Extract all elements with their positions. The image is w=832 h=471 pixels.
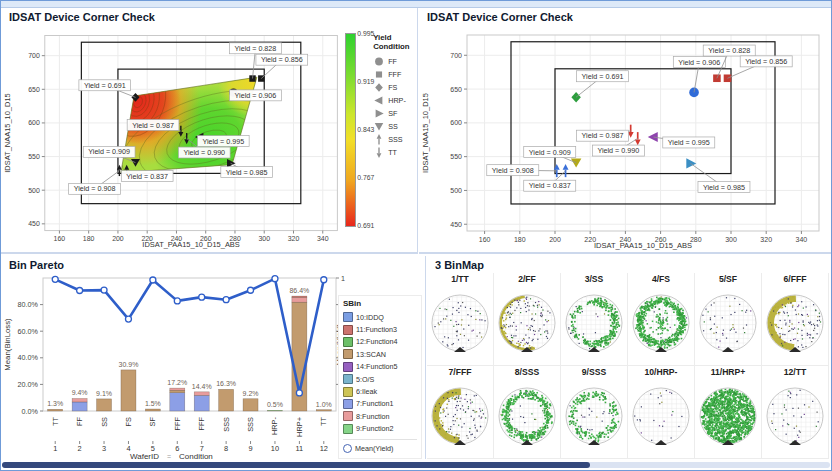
sbin-item-7:Function1[interactable]: 7:Function1 (343, 398, 417, 410)
mean-yield-line (55, 279, 324, 393)
legend-item-label: SS (388, 122, 398, 131)
mean-yield-legend[interactable]: Mean(Yield) (343, 443, 417, 455)
svg-text:1: 1 (53, 444, 57, 453)
sbin-item-label: 5:O/S (356, 375, 374, 384)
wafer-cell-4/FS[interactable]: 4/FS (628, 273, 695, 366)
mean-yield-point (101, 287, 107, 293)
bin-pareto-chart[interactable]: 0.0%20.0%40.0%60.0%80.0%0.20.40.60.81Mea… (1, 273, 346, 459)
wafer-map-7/FFF (427, 379, 493, 458)
bar-wafer-2 (72, 398, 87, 411)
sbin-swatch (343, 337, 353, 347)
svg-text:Yield = 0.828: Yield = 0.828 (235, 45, 277, 53)
svg-text:450: 450 (450, 221, 462, 228)
legend-item-label: SSS (388, 135, 402, 144)
sbin-item-14:Function5[interactable]: 14:Function5 (343, 361, 417, 373)
wafer-cell-6/FFF[interactable]: 6/FFF (762, 273, 829, 366)
svg-text:TT: TT (51, 417, 60, 427)
panel-title-binmap: 3 BinMap (427, 256, 832, 273)
sbin-swatch (343, 399, 353, 409)
mean-yield-point (150, 277, 156, 283)
legend-item-label: TT (388, 148, 397, 157)
svg-text:IDSAT_PAA15_10_D15_ABS: IDSAT_PAA15_10_D15_ABS (594, 241, 692, 250)
mean-yield-point (174, 298, 180, 304)
mean-yield-point (77, 288, 83, 294)
yield-annotation: Yield = 0.691 (79, 80, 131, 91)
wafer-cell-3/SS[interactable]: 3/SS (561, 273, 628, 366)
bar-wafer-7 (194, 392, 209, 411)
x-axis-title: WaferID=Condition (130, 452, 213, 460)
legend-item-HRP-[interactable]: HRP- (373, 94, 417, 107)
sbin-item-9:Function2[interactable]: 9:Function2 (343, 423, 417, 435)
bar-wafer-6 (170, 388, 185, 411)
legend-item-FS[interactable]: FS (373, 81, 417, 94)
svg-text:16.3%: 16.3% (216, 380, 236, 387)
wafer-cell-10/HRP-[interactable]: 10/HRP- (628, 366, 695, 459)
yield-annotation: Yield = 0.856 (256, 54, 308, 65)
svg-text:Yield = 0.985: Yield = 0.985 (226, 169, 268, 177)
sbin-item-6:Ileak[interactable]: 6:Ileak (343, 385, 417, 397)
svg-text:20.0%: 20.0% (18, 380, 39, 389)
svg-text:600: 600 (28, 119, 40, 126)
colorbar-tick: 0.691 (357, 222, 374, 229)
svg-text:HRP+: HRP+ (295, 417, 304, 437)
sbin-item-label: 8:Function (356, 412, 390, 421)
svg-text:30.9%: 30.9% (119, 361, 139, 368)
mean-yield-point (248, 287, 254, 293)
svg-text:80.0%: 80.0% (18, 300, 39, 309)
wafer-cell-5/SF[interactable]: 5/SF (695, 273, 762, 366)
colorbar-tick: 0.919 (357, 78, 374, 85)
panel-title-corner-contour: IDSAT Device Corner Check (1, 8, 417, 25)
wafer-cell-2/FF[interactable]: 2/FF (494, 273, 561, 366)
legend-item-SS[interactable]: SS (373, 120, 417, 133)
svg-text:Yield = 0.837: Yield = 0.837 (529, 181, 571, 190)
sbin-item-label: 7:Function1 (356, 399, 394, 408)
svg-text:40.0%: 40.0% (18, 353, 39, 362)
mean-yield-point (125, 316, 131, 322)
wafer-map-2/FF (494, 286, 560, 365)
svg-text:160: 160 (479, 236, 491, 243)
sbin-swatch (343, 349, 353, 359)
wafer-cell-1/TT[interactable]: 1/TT (427, 273, 494, 366)
wafer-cell-9/SSS[interactable]: 9/SSS (561, 366, 628, 459)
panel-corner-check-contour: IDSAT Device Corner Check 16018020022024… (1, 8, 418, 254)
sbin-item-12:Function4[interactable]: 12:Function4 (343, 336, 417, 348)
svg-text:11: 11 (296, 444, 304, 453)
wafer-cell-8/SSS[interactable]: 8/SSS (494, 366, 561, 459)
svg-text:300: 300 (258, 236, 270, 243)
svg-text:200: 200 (549, 236, 561, 243)
scatter-yield-chart[interactable]: 1601802002202402602803003203404505005506… (419, 25, 829, 251)
wafer-cell-7/FFF[interactable]: 7/FFF (427, 366, 494, 459)
wafer-cell-11/HRP+[interactable]: 11/HRP+ (695, 366, 762, 459)
svg-text:0.5%: 0.5% (267, 401, 283, 408)
svg-text:3: 3 (102, 444, 106, 453)
svg-text:FF: FF (75, 417, 84, 427)
scrollbar-thumb[interactable] (2, 462, 590, 468)
sbin-swatch (343, 325, 353, 335)
legend-item-SSS[interactable]: SSS (373, 133, 417, 146)
svg-text:320: 320 (288, 236, 300, 243)
wafer-cell-12/TT[interactable]: 12/TT (762, 366, 829, 459)
wafer-map-6/FFF (762, 286, 828, 365)
svg-text:160: 160 (54, 236, 66, 243)
legend-item-FF[interactable]: FF (373, 55, 417, 68)
panel-title-corner-scatter: IDSAT Device Corner Check (419, 8, 832, 25)
sbin-item-5:O/S[interactable]: 5:O/S (343, 373, 417, 385)
legend-item-FFF[interactable]: FFF (373, 68, 417, 81)
wafer-map-8/SSS (494, 379, 560, 458)
sbin-item-10:IDDQ[interactable]: 10:IDDQ (343, 311, 417, 323)
yield-annotation: Yield = 0.837 (524, 180, 576, 191)
sbin-item-11:Function3[interactable]: 11:Function3 (343, 323, 417, 335)
sbin-item-8:Function[interactable]: 8:Function (343, 410, 417, 422)
horizontal-scrollbar[interactable] (2, 462, 830, 468)
marker-tri-left (648, 132, 658, 142)
svg-text:TT: TT (319, 417, 328, 427)
legend-item-TT[interactable]: TT (373, 146, 417, 159)
sbin-item-13:SCAN[interactable]: 13:SCAN (343, 348, 417, 360)
wafer-map-1/TT (427, 286, 493, 365)
svg-text:HRP-: HRP- (270, 416, 279, 435)
contour-yield-chart[interactable]: 1601802002202402602803003203404505005506… (1, 25, 345, 251)
svg-text:8: 8 (224, 444, 228, 453)
legend-item-SF[interactable]: SF (373, 107, 417, 120)
wafer-map-3/SS (561, 286, 627, 365)
marker-square (724, 74, 732, 82)
